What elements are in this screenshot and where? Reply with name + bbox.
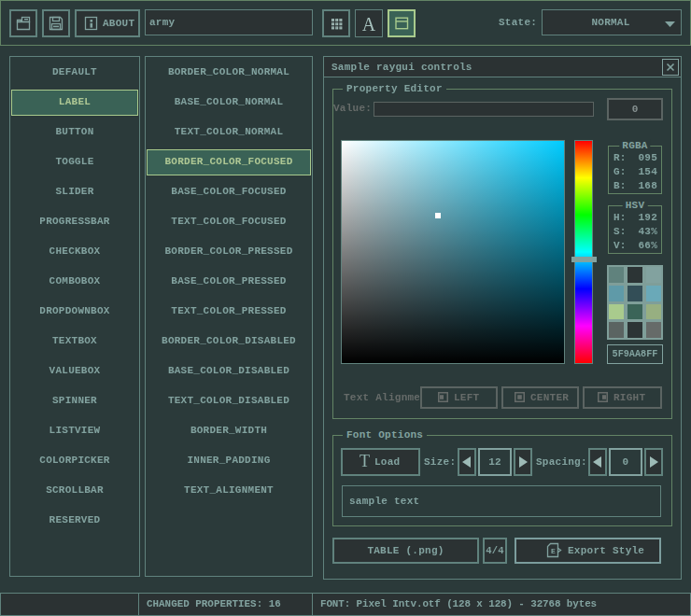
svg-text:E: E [551, 547, 556, 555]
